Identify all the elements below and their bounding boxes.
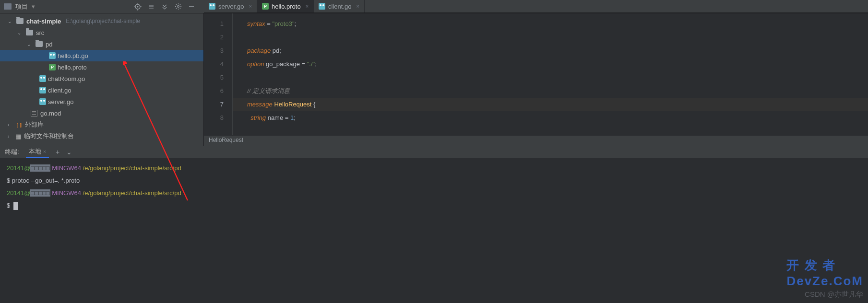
tree-external-libs[interactable]: ›⫿⫿外部库 bbox=[0, 119, 203, 130]
tree-item-label: chatRoom.go bbox=[48, 75, 85, 82]
tree-item-label: client.go bbox=[48, 87, 71, 94]
terminal-label: 终端: bbox=[5, 148, 19, 156]
collapse-icon[interactable] bbox=[161, 3, 168, 11]
file-tree: ⌄chat-simpleE:\golang\project\chat-simpl… bbox=[0, 13, 203, 144]
tree-file-hello-pb-go[interactable]: hello.pb.go bbox=[0, 50, 203, 61]
proto-file-icon: P bbox=[262, 3, 269, 10]
editor-tabs: server.go×Phello.proto×client.go× bbox=[204, 0, 868, 13]
tree-item-label: 外部库 bbox=[25, 120, 44, 129]
main-area: ⌄chat-simpleE:\golang\project\chat-simpl… bbox=[0, 13, 868, 146]
expand-icon[interactable] bbox=[147, 3, 155, 11]
terminal-line: 20141@□□□□□ MINGW64 /e/golang/project/ch… bbox=[7, 187, 861, 199]
editor-tab-client-go[interactable]: client.go× bbox=[314, 0, 365, 12]
code-area[interactable]: 12345678 syntax = "proto3";package pd;op… bbox=[204, 13, 868, 135]
project-sidebar: ⌄chat-simpleE:\golang\project\chat-simpl… bbox=[0, 13, 204, 146]
tree-file-server-go[interactable]: server.go bbox=[0, 96, 203, 107]
tree-item-label: src bbox=[36, 29, 44, 36]
project-toolbar-left: 项目 ▾ bbox=[0, 2, 204, 11]
proto-file-icon: P bbox=[49, 64, 56, 70]
terminal-line: 20141@□□□□□ MINGW64 /e/golang/project/ch… bbox=[7, 162, 861, 175]
tree-item-label: 临时文件和控制台 bbox=[24, 132, 74, 140]
tree-item-label: server.go bbox=[48, 98, 73, 105]
project-label[interactable]: 项目 bbox=[15, 2, 28, 11]
toolbar-icons bbox=[134, 3, 200, 11]
tree-file-chatRoom-go[interactable]: chatRoom.go bbox=[0, 73, 203, 84]
terminal-dropdown-icon[interactable]: ⌄ bbox=[66, 148, 72, 156]
folder-icon bbox=[36, 41, 43, 47]
target-icon[interactable] bbox=[134, 3, 142, 11]
file-icon: ▦ bbox=[15, 133, 22, 140]
tree-scratch[interactable]: ›▦临时文件和控制台 bbox=[0, 130, 203, 142]
project-folder-icon bbox=[4, 3, 12, 10]
close-icon[interactable]: × bbox=[43, 149, 46, 154]
minimize-icon[interactable] bbox=[188, 3, 195, 11]
chevron-icon[interactable]: ⌄ bbox=[8, 19, 13, 24]
close-icon[interactable]: × bbox=[306, 3, 309, 9]
tree-item-label: hello.pb.go bbox=[58, 52, 88, 59]
close-icon[interactable]: × bbox=[357, 3, 359, 9]
editor-pane: 12345678 syntax = "proto3";package pd;op… bbox=[204, 13, 868, 146]
terminal-body[interactable]: 20141@□□□□□ MINGW64 /e/golang/project/ch… bbox=[0, 158, 868, 292]
terminal-tab-local[interactable]: 本地 × bbox=[26, 146, 49, 158]
tree-file-hello-proto[interactable]: Phello.proto bbox=[0, 61, 203, 73]
close-icon[interactable]: × bbox=[249, 3, 251, 9]
folder-icon bbox=[16, 18, 24, 24]
tree-item-label: chat-simple bbox=[26, 18, 61, 25]
tree-file-go-mod[interactable]: go.mod bbox=[0, 107, 203, 119]
breadcrumb[interactable]: HelloRequest bbox=[204, 135, 868, 146]
file-icon bbox=[31, 110, 37, 117]
editor-tab-server-go[interactable]: server.go× bbox=[204, 0, 257, 12]
terminal-header: 终端: 本地 × + ⌄ bbox=[0, 146, 868, 158]
gear-icon[interactable] bbox=[174, 3, 182, 11]
tree-item-label: hello.proto bbox=[58, 64, 87, 71]
project-dropdown-icon[interactable]: ▾ bbox=[32, 3, 35, 10]
tab-label: client.go bbox=[328, 3, 351, 10]
tree-item-label: go.mod bbox=[40, 110, 61, 117]
terminal-line: $ protoc --go_out=. *.proto bbox=[7, 175, 861, 187]
chevron-icon[interactable]: › bbox=[8, 134, 13, 139]
tree-root[interactable]: ⌄chat-simpleE:\golang\project\chat-simpl… bbox=[0, 15, 203, 27]
go-file-icon bbox=[319, 3, 325, 10]
folder-icon bbox=[26, 30, 33, 35]
go-file-icon bbox=[39, 75, 46, 82]
terminal-tab-label: 本地 bbox=[29, 147, 41, 156]
chevron-icon[interactable]: ⌄ bbox=[27, 42, 33, 47]
editor-tab-hello-proto[interactable]: Phello.proto× bbox=[257, 0, 314, 12]
tree-file-client-go[interactable]: client.go bbox=[0, 84, 203, 96]
go-file-icon bbox=[39, 98, 46, 105]
go-file-icon bbox=[209, 3, 215, 10]
go-file-icon bbox=[39, 87, 46, 93]
tab-label: hello.proto bbox=[272, 3, 301, 10]
tree-item-label: pd bbox=[46, 41, 52, 48]
svg-point-1 bbox=[137, 6, 139, 7]
code-content[interactable]: syntax = "proto3";package pd;option go_p… bbox=[233, 13, 868, 135]
chevron-icon[interactable]: › bbox=[8, 122, 13, 128]
top-toolbar: 项目 ▾ server.go×Phello.proto×client.go× bbox=[0, 0, 868, 13]
tree-folder-src[interactable]: ⌄src bbox=[0, 27, 203, 38]
svg-point-6 bbox=[177, 6, 179, 8]
library-icon: ⫿⫿ bbox=[15, 121, 23, 128]
tree-item-path: E:\golang\project\chat-simple bbox=[66, 18, 140, 24]
terminal-line: $ bbox=[7, 199, 861, 212]
line-gutter: 12345678 bbox=[204, 13, 233, 135]
tree-folder-pd[interactable]: ⌄pd bbox=[0, 38, 203, 50]
go-file-icon bbox=[49, 52, 56, 59]
tab-label: server.go bbox=[218, 3, 244, 10]
chevron-icon[interactable]: ⌄ bbox=[17, 30, 23, 35]
terminal-new-tab-button[interactable]: + bbox=[56, 148, 59, 156]
